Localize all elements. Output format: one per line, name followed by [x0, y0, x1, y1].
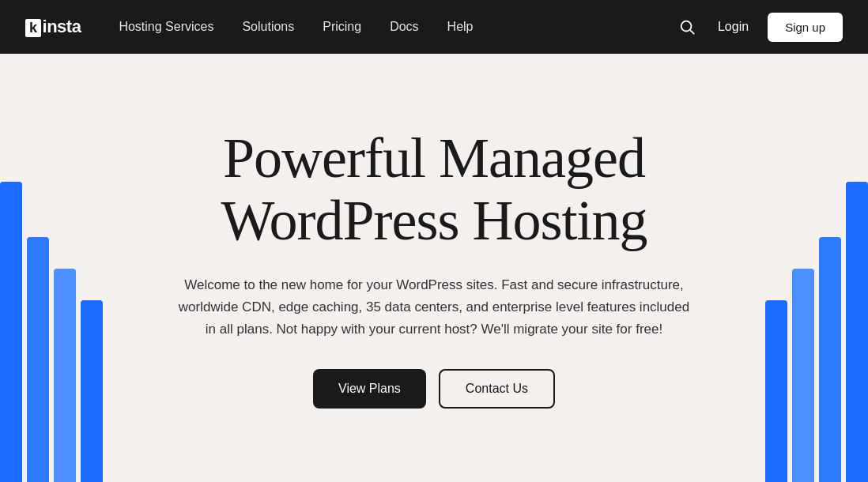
column-bar	[27, 237, 49, 482]
view-plans-button[interactable]: View Plans	[313, 369, 426, 409]
hero-title: Powerful Managed WordPress Hosting	[157, 127, 711, 252]
column-bar	[819, 237, 841, 482]
nav-item-hosting-services[interactable]: Hosting Services	[119, 20, 213, 34]
nav-right: Login Sign up	[675, 13, 843, 42]
decorative-columns-right	[765, 134, 868, 482]
column-bar	[765, 300, 787, 482]
contact-us-button[interactable]: Contact Us	[439, 369, 555, 409]
svg-line-1	[690, 30, 694, 34]
nav-item-help[interactable]: Help	[447, 20, 474, 34]
login-link[interactable]: Login	[718, 20, 749, 34]
search-icon	[678, 18, 696, 36]
nav-links: Hosting Services Solutions Pricing Docs …	[119, 20, 675, 34]
nav-item-pricing[interactable]: Pricing	[323, 20, 361, 34]
decorative-columns-left	[0, 134, 103, 482]
svg-point-0	[681, 21, 692, 32]
column-bar	[81, 300, 103, 482]
column-bar	[54, 269, 76, 482]
column-bar	[0, 182, 22, 482]
nav-item-solutions[interactable]: Solutions	[242, 20, 294, 34]
nav-item-docs[interactable]: Docs	[390, 20, 418, 34]
hero-description: Welcome to the new home for your WordPre…	[173, 274, 695, 341]
column-bar	[792, 269, 814, 482]
navbar: kinsta Hosting Services Solutions Pricin…	[0, 0, 868, 54]
search-button[interactable]	[675, 15, 699, 39]
hero-section: Powerful Managed WordPress Hosting Welco…	[0, 54, 868, 482]
column-bar	[846, 182, 868, 482]
logo[interactable]: kinsta	[25, 17, 81, 37]
hero-buttons: View Plans Contact Us	[313, 369, 555, 409]
signup-button[interactable]: Sign up	[768, 13, 843, 42]
